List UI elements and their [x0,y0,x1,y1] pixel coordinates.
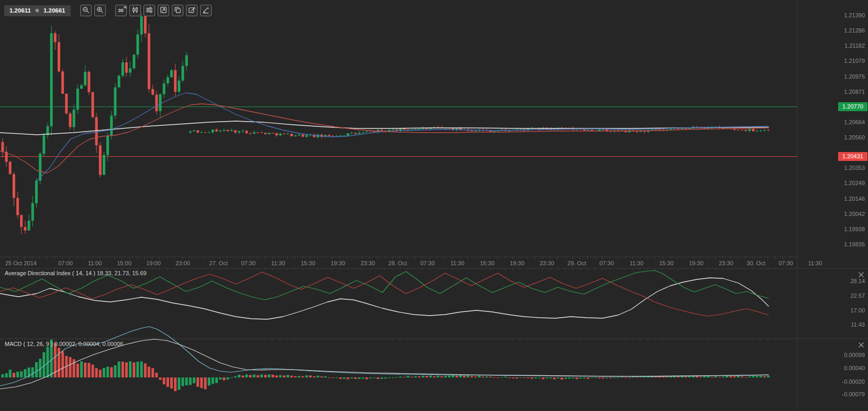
price-axis-label: 1.20146 [844,196,865,202]
ask-price: 1.20661 [43,7,65,14]
time-axis-label: 15:30 [301,260,315,266]
zoom-in-button[interactable] [94,5,106,16]
time-axis-label: 15:30 [480,260,495,266]
indicator-settings-icon [146,6,153,15]
time-axis-label: 11:00 [88,260,102,266]
price-axis-label: 1.20664 [844,119,865,125]
time-axis-label: 23:30 [719,260,733,266]
time-axis-label: 19:30 [510,260,524,266]
bid-price: 1.20611 [9,7,31,14]
bid-ask-button[interactable]: 1.20611 1.20661 [4,5,71,16]
adx-close-button[interactable] [858,271,865,278]
time-axis-label: 15:30 [659,260,674,266]
timeframe-30m: 30m [118,8,124,13]
price-axis-label: 1.20353 [844,165,865,171]
price-axis-label: 1.20871 [844,89,865,95]
indicator-settings-button[interactable] [144,5,155,16]
draw-tools-icon [202,6,210,15]
price-axis-label: 1.20042 [844,211,865,217]
macd-values: 0.00002, 0.00004, 0.00006 [54,341,124,347]
time-axis-label: 29. Oct [567,260,586,266]
time-axis-label: 19:30 [689,260,704,266]
time-axis-label: 27. Oct [209,260,227,266]
price-axis-label: 1.20975 [844,73,865,80]
adx-axis-label: 11.43 [851,321,865,328]
price-axis-label: 1.21390 [844,12,865,18]
macd-axis-label: 0.00099 [844,352,865,358]
time-axis-label: 11:30 [451,260,465,266]
time-axis-label: 23:30 [540,260,554,266]
zoom-in-icon [96,6,104,15]
price-axis-label: 1.21182 [844,42,865,49]
macd-axis-label: -0.00020 [842,378,865,385]
time-axis-label: 28. Oct [388,260,406,266]
adx-axis-label: 17.00 [850,307,865,313]
expand-chart-button[interactable] [158,5,169,16]
resistance-price-badge: 1.20770 [838,102,867,111]
close-icon [858,341,865,350]
edit-chart-button[interactable] [186,5,197,16]
support-price-badge: 1.20431 [838,152,867,161]
trading-chart-app: 1.20611 1.20661 30m 1.213901.212861.2118… [0,0,868,411]
time-axis-label: 19:00 [146,260,161,266]
time-axis-label: 15:00 [117,260,131,266]
time-axis-label: 11:30 [271,260,285,266]
price-axis-label: 1.19835 [844,241,865,247]
macd-close-button[interactable] [858,341,865,349]
chart-toolbar: 1.20611 1.20661 30m [4,5,212,16]
time-axis-label: 23:00 [175,260,190,266]
time-axis-label: 30. Oct [746,260,765,266]
chart-style-button[interactable] [129,5,141,16]
expand-chart-icon [160,6,167,15]
time-axis-label: 11:30 [630,260,644,266]
price-axis-label: 1.20560 [844,134,865,140]
adx-axis-label: 22.57 [850,293,865,299]
time-axis-label: 07:30 [420,260,435,266]
adx-panel-title[interactable]: Average Directional Index ( 14, 14 ) 18.… [5,270,147,276]
price-axis-label: 1.21079 [844,58,865,64]
draw-tools-button[interactable] [200,5,212,16]
time-axis-label: 23:30 [360,260,375,266]
time-axis-label: 11:30 [808,260,822,266]
time-axis-label: 07:00 [58,260,73,266]
duplicate-chart-button[interactable] [172,5,183,16]
close-icon [858,271,865,280]
duplicate-chart-icon [174,6,181,15]
price-axis-label: 1.20249 [844,180,865,186]
time-axis-label: 07:30 [599,260,614,266]
candlestick-style-icon [131,6,139,15]
zoom-out-button[interactable] [80,5,92,16]
macd-axis-label: 0.00040 [844,365,865,371]
spread-indicator [36,9,39,12]
zoom-out-icon [82,6,90,15]
time-axis-label: 25 Oct 2014 [5,260,37,266]
macd-panel-title[interactable]: MACD ( 12, 26, 9 ) 0.00002, 0.00004, 0.0… [5,341,123,347]
price-axis-label: 1.21286 [844,27,865,34]
edit-chart-icon [188,6,195,15]
time-axis-label: 07:30 [778,260,793,266]
time-axis-label: 07:30 [241,260,256,266]
macd-axis-label: -0.00079 [842,391,865,397]
time-axis-label: 19:30 [331,260,345,266]
price-axis-label: 1.19938 [844,226,865,232]
chart-canvas[interactable] [0,0,868,411]
adx-values: 18.33, 21.73, 15.69 [97,270,147,276]
timeframe-button[interactable]: 30m [115,5,127,16]
